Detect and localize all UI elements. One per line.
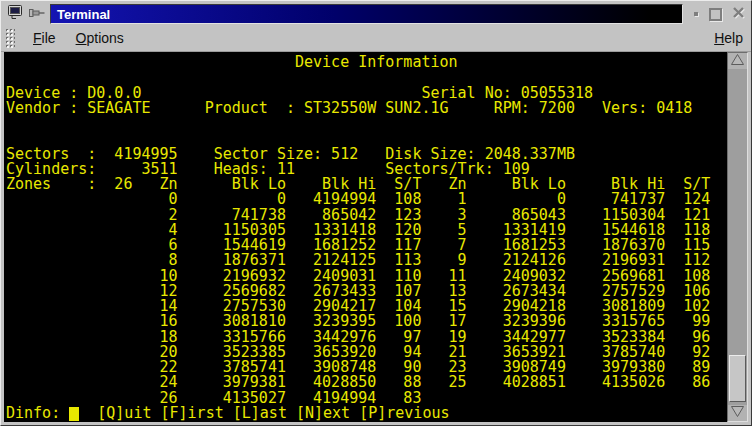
title-area[interactable]: Terminal xyxy=(50,4,683,24)
maximize-button[interactable] xyxy=(709,8,722,21)
terminal-screen[interactable]: Device InformationDevice : D0.0.0 Serial… xyxy=(4,52,727,422)
menubar: File Options Help xyxy=(1,25,751,52)
pin-icon xyxy=(28,5,46,23)
scrollbar-thumb[interactable] xyxy=(729,355,746,402)
terminal-window: Terminal File Options Help xyxy=(0,0,752,426)
scrollbar-trough[interactable] xyxy=(728,69,747,405)
terminal-line: Vendor : SEAGATE Product : ST32550W SUN2… xyxy=(6,101,727,116)
close-icon xyxy=(731,5,746,24)
prompt-label: Dinfo: xyxy=(6,404,69,422)
prompt-line: Dinfo: [Q]uit [F]irst [L]ast [N]ext [P]r… xyxy=(6,406,727,421)
scrollbar[interactable] xyxy=(727,52,748,422)
terminal-line xyxy=(6,116,727,131)
terminal-lines: Device InformationDevice : D0.0.0 Serial… xyxy=(6,55,727,406)
scroll-up-button[interactable] xyxy=(728,53,747,69)
close-button[interactable] xyxy=(730,6,746,22)
command-hints: [Q]uit [F]irst [L]ast [N]ext [P]revious xyxy=(79,404,449,422)
menu-options[interactable]: Options xyxy=(66,27,134,49)
window-menu-button[interactable] xyxy=(4,4,26,24)
arrow-up-icon xyxy=(730,52,745,70)
terminal-line: Device Information xyxy=(6,55,727,70)
window-title: Terminal xyxy=(51,7,110,22)
titlebar[interactable]: Terminal xyxy=(4,3,748,25)
text-cursor xyxy=(69,407,79,421)
minimize-button[interactable] xyxy=(694,12,698,16)
arrow-down-icon xyxy=(730,404,745,422)
menu-file[interactable]: File xyxy=(23,27,66,49)
menubar-grip[interactable] xyxy=(5,28,15,48)
sticky-pin-button[interactable] xyxy=(26,4,48,24)
terminal-content: Device InformationDevice : D0.0.0 Serial… xyxy=(4,52,748,422)
menu-help[interactable]: Help xyxy=(704,27,751,49)
terminal-icon xyxy=(7,4,24,25)
scroll-down-button[interactable] xyxy=(728,405,747,421)
